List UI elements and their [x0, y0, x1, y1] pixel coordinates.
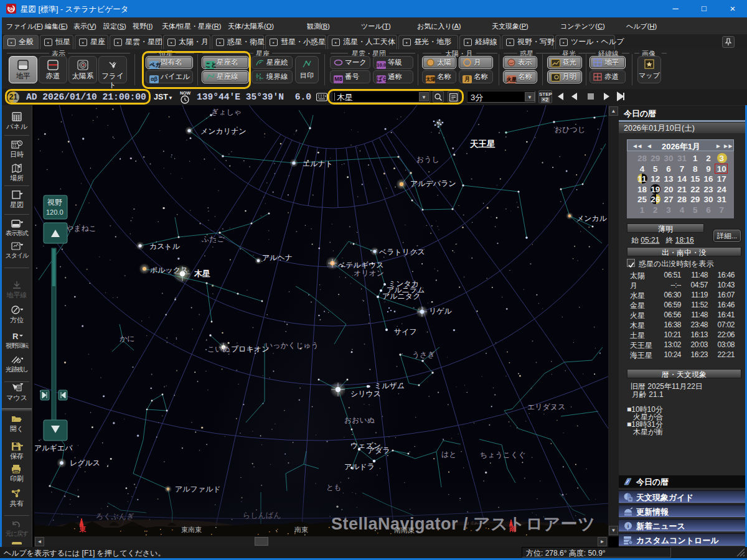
svg-text:ベテルギウス: ベテルギウス	[338, 261, 384, 269]
svg-text:カストル: カストル	[149, 242, 181, 251]
svg-text:アルギエバ: アルギエバ	[34, 444, 73, 452]
svg-text:NOW: NOW	[180, 91, 191, 95]
svg-text:120.0: 120.0	[46, 208, 63, 216]
svg-text:こいぬ: こいぬ	[207, 345, 230, 353]
svg-text:ポルックス: ポルックス	[150, 266, 188, 274]
svg-text:プロキオン: プロキオン	[231, 345, 269, 353]
svg-text:おうし: おうし	[416, 155, 439, 164]
svg-text:南南東: 南南東	[394, 526, 415, 534]
svg-text:ふたご: ふたご	[201, 235, 225, 243]
svg-text:木星: 木星	[194, 269, 210, 278]
svg-text:南東: 南東	[294, 526, 308, 533]
svg-text:東南東: 東南東	[181, 526, 202, 533]
svg-text:アルデバラン: アルデバラン	[410, 179, 456, 188]
svg-text:アダラ: アダラ	[367, 446, 390, 455]
svg-text:メンカル: メンカル	[576, 214, 608, 223]
svg-text:東: 東	[78, 525, 87, 533]
svg-text:ぎょしゃ: ぎょしゃ	[211, 108, 242, 116]
svg-text:StellaNavigator / アストロアーツ: StellaNavigator / アストロアーツ	[331, 515, 595, 533]
svg-text:ちょうこくぐ: ちょうこくぐ	[480, 450, 526, 459]
svg-text:シリウス: シリウス	[350, 390, 381, 398]
svg-text:いっかくじゅう: いっかくじゅう	[265, 341, 319, 350]
svg-text:メンカリナン: メンカリナン	[200, 127, 247, 136]
svg-text:ベラトリクス: ベラトリクス	[379, 248, 425, 256]
svg-text:アルヘナ: アルヘナ	[262, 253, 293, 262]
svg-text:SN: SN	[8, 7, 14, 11]
svg-text:やまねこ: やまねこ	[65, 224, 96, 233]
svg-text:天王星: 天王星	[469, 139, 496, 149]
svg-text:かに: かに	[120, 334, 135, 343]
svg-text:うさぎ: うさぎ	[412, 350, 435, 359]
svg-text:R: R	[12, 332, 19, 341]
svg-text:サイフ: サイフ	[394, 327, 417, 336]
svg-text:ミルザム: ミルザム	[374, 381, 405, 390]
svg-text:はと: はと	[441, 450, 457, 459]
svg-text:アルニタク: アルニタク	[382, 292, 420, 301]
svg-text:視野: 視野	[47, 198, 62, 207]
svg-text:エルナト: エルナト	[303, 159, 333, 168]
svg-text:レグルス: レグルス	[70, 459, 100, 467]
svg-text:南: 南	[509, 525, 516, 533]
svg-text:エリダヌス: エリダヌス	[527, 403, 565, 411]
svg-text:オリオン: オリオン	[354, 269, 384, 278]
svg-text:リゲル: リゲル	[429, 307, 453, 315]
svg-text:アルドラ: アルドラ	[344, 462, 375, 471]
svg-text:おひつじ: おひつじ	[555, 125, 585, 134]
svg-text:おおいぬ: おおいぬ	[344, 416, 375, 424]
